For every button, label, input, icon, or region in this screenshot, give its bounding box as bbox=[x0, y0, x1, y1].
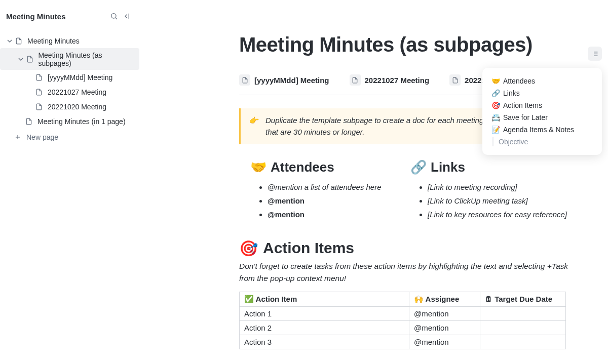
new-page-label: New page bbox=[26, 133, 58, 141]
card-file-icon: 📇 bbox=[491, 113, 500, 122]
handshake-icon: 🤝 bbox=[250, 159, 267, 175]
plus-icon bbox=[13, 133, 22, 142]
attendees-section: 🤝 Attendees @mention a list of attendees… bbox=[239, 159, 410, 221]
target-icon: 🎯 bbox=[491, 101, 500, 109]
toc-label: Action Items bbox=[503, 101, 542, 109]
th-target: 🗓 Target Due Date bbox=[480, 292, 566, 306]
toc-item-agenda[interactable]: 📝Agenda Items & Notes bbox=[482, 124, 602, 136]
toc-label: Save for Later bbox=[503, 113, 548, 122]
doc-icon bbox=[350, 74, 361, 86]
action-heading: Action Items bbox=[263, 239, 354, 257]
list-item[interactable]: [Link to key resources for easy referenc… bbox=[428, 208, 578, 221]
search-icon[interactable] bbox=[108, 10, 120, 22]
toc-item-attendees[interactable]: 🤝Attendees bbox=[482, 75, 602, 87]
toc-panel: 🤝Attendees 🔗Links 🎯Action Items 📇Save fo… bbox=[482, 68, 602, 155]
handshake-icon: 🤝 bbox=[491, 77, 500, 85]
cell-action[interactable]: Action 3 bbox=[240, 335, 409, 349]
tree-item-meeting-1020[interactable]: 20221020 Meeting bbox=[0, 99, 139, 114]
doc-icon bbox=[34, 73, 44, 82]
subpage-link-1027[interactable]: 20221027 Meeting bbox=[350, 74, 430, 86]
cell-action[interactable]: Action 1 bbox=[240, 306, 409, 320]
th-assignee: 🙌 Assignee bbox=[409, 292, 480, 306]
toc-item-action[interactable]: 🎯Action Items bbox=[482, 99, 602, 111]
cell-target[interactable] bbox=[480, 335, 566, 349]
th-action-item: ✅ Action Item bbox=[240, 292, 409, 306]
table-row[interactable]: Action 2 @mention bbox=[240, 320, 566, 335]
list-item[interactable]: @mention bbox=[268, 208, 410, 221]
tree-label: Meeting Minutes bbox=[27, 37, 80, 45]
links-section: 🔗 Links [Link to meeting recording] [Lin… bbox=[410, 159, 578, 221]
doc-icon bbox=[24, 117, 33, 126]
toc-label: Attendees bbox=[503, 77, 535, 85]
cell-assignee[interactable]: @mention bbox=[409, 306, 480, 320]
cell-action[interactable]: Action 2 bbox=[240, 320, 409, 335]
doc-icon bbox=[239, 74, 250, 86]
doc-icon bbox=[449, 74, 461, 86]
page-title: Meeting Minutes (as subpages) bbox=[239, 33, 578, 56]
tree-item-template[interactable]: [yyyyMMdd] Meeting bbox=[0, 70, 139, 85]
action-description: Don't forget to create tasks from these … bbox=[239, 260, 578, 285]
svg-point-0 bbox=[111, 14, 116, 18]
list-item[interactable]: [Link to meeting recording] bbox=[428, 180, 578, 194]
tree-label: Meeting Minutes (in 1 page) bbox=[37, 117, 126, 126]
links-heading: Links bbox=[431, 159, 465, 175]
new-page-button[interactable]: New page bbox=[0, 129, 139, 146]
cell-target[interactable] bbox=[480, 306, 566, 320]
toc-toggle-button[interactable] bbox=[588, 47, 602, 61]
tree-label: Meeting Minutes (as subpages) bbox=[38, 51, 135, 67]
table-row[interactable]: Action 1 @mention bbox=[240, 306, 566, 320]
attendees-heading: Attendees bbox=[271, 159, 334, 175]
table-row[interactable]: Action 3 @mention bbox=[240, 335, 566, 349]
toc-item-objective[interactable]: Objective bbox=[482, 136, 602, 148]
svg-line-1 bbox=[116, 18, 117, 19]
tree-label: [yyyyMMdd] Meeting bbox=[48, 73, 112, 82]
toc-label: Objective bbox=[499, 138, 528, 146]
doc-icon bbox=[34, 88, 44, 97]
cell-target[interactable] bbox=[480, 320, 566, 335]
chevron-down-icon[interactable] bbox=[17, 56, 24, 63]
target-icon: 🎯 bbox=[239, 239, 258, 257]
list-item[interactable]: @mention a list of attendees here bbox=[268, 180, 410, 194]
tree-label: 20221020 Meeting bbox=[48, 103, 106, 111]
collapse-sidebar-icon[interactable] bbox=[121, 10, 133, 22]
list-item[interactable]: @mention bbox=[268, 194, 410, 208]
memo-icon: 📝 bbox=[491, 126, 500, 134]
doc-icon bbox=[25, 55, 34, 64]
tree-item-meeting-1027[interactable]: 20221027 Meeting bbox=[0, 85, 139, 99]
toc-item-save[interactable]: 📇Save for Later bbox=[482, 111, 602, 124]
doc-icon bbox=[34, 102, 44, 111]
chevron-down-icon[interactable] bbox=[6, 37, 13, 45]
list-item[interactable]: [Link to ClickUp meeting task] bbox=[428, 194, 578, 208]
tree-item-subpages[interactable]: Meeting Minutes (as subpages) bbox=[0, 48, 139, 70]
subpage-link-template[interactable]: [yyyyMMdd] Meeting bbox=[239, 74, 329, 86]
link-icon: 🔗 bbox=[491, 89, 500, 97]
workspace-title: Meeting Minutes bbox=[6, 12, 108, 21]
link-icon: 🔗 bbox=[410, 159, 427, 175]
subpage-label: 20221027 Meeting bbox=[365, 76, 430, 85]
toc-label: Agenda Items & Notes bbox=[503, 126, 574, 134]
doc-icon bbox=[14, 36, 23, 46]
sidebar: Meeting Minutes Meeting Minutes Meeting … bbox=[0, 0, 140, 364]
action-items-section: 🎯 Action Items Don't forget to create ta… bbox=[239, 239, 578, 349]
tree-item-onepage[interactable]: Meeting Minutes (in 1 page) bbox=[0, 114, 139, 129]
tree-label: 20221027 Meeting bbox=[48, 88, 106, 96]
pointing-right-icon: 👉 bbox=[249, 114, 258, 138]
action-items-table: ✅ Action Item 🙌 Assignee 🗓 Target Due Da… bbox=[239, 292, 566, 349]
page-tree: Meeting Minutes Meeting Minutes (as subp… bbox=[0, 30, 139, 146]
sidebar-header: Meeting Minutes bbox=[0, 0, 139, 30]
main-content: Meeting Minutes (as subpages) [yyyyMMdd]… bbox=[140, 0, 608, 364]
toc-label: Links bbox=[503, 89, 520, 97]
subpage-label: [yyyyMMdd] Meeting bbox=[254, 76, 329, 85]
cell-assignee[interactable]: @mention bbox=[409, 320, 480, 335]
toc-item-links[interactable]: 🔗Links bbox=[482, 87, 602, 99]
tree-item-root[interactable]: Meeting Minutes bbox=[0, 33, 139, 48]
cell-assignee[interactable]: @mention bbox=[409, 335, 480, 349]
table-header-row: ✅ Action Item 🙌 Assignee 🗓 Target Due Da… bbox=[240, 292, 566, 306]
